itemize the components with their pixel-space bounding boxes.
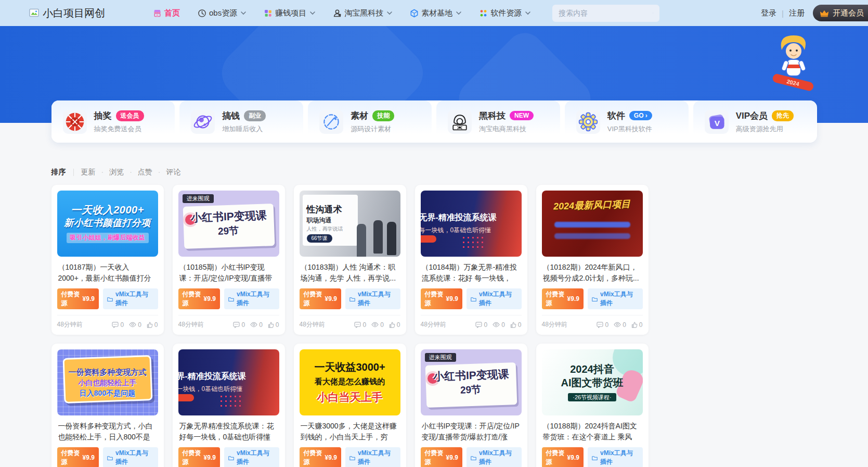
price-value: ¥9.9 bbox=[204, 295, 216, 302]
feature-card[interactable]: 软件 GO › VIP黑科技软件 bbox=[565, 100, 689, 143]
category-tag[interactable]: vMix工具与插件 bbox=[103, 288, 158, 309]
feature-card[interactable]: 抽奖 送会员 抽奖免费送会员 bbox=[51, 100, 175, 143]
post-thumbnail[interactable]: ·26节视频课程·2024抖音AI图文带货班 bbox=[542, 349, 643, 415]
feature-card[interactable]: 素材 技能 源码设计素材 bbox=[308, 100, 432, 143]
price-tag[interactable]: 付费资源 ¥9.9 bbox=[542, 288, 584, 309]
view-count: 0 bbox=[371, 321, 384, 329]
post-card[interactable]: 一天收益3000+看大佬是怎么赚钱的小白当天上手 一天赚3000多，大佬是这样赚… bbox=[294, 344, 406, 467]
category-tag[interactable]: vMix工具与插件 bbox=[588, 288, 643, 309]
category-tag[interactable]: vMix工具与插件 bbox=[467, 288, 522, 309]
post-title[interactable]: （10187期）一天收入2000+，最新小红书颜值打分项目，吸... bbox=[58, 262, 157, 284]
thumbnail-text: 人性，再学说话 bbox=[307, 226, 343, 232]
like-icon bbox=[510, 322, 516, 328]
post-card[interactable]: 2024最新风口项目 （10182期）2024年新风口，视频号分成2.0计划，多… bbox=[536, 185, 649, 335]
mascot-2024: 2024 bbox=[770, 30, 817, 101]
category-tag[interactable]: vMix工具与插件 bbox=[345, 288, 400, 309]
post-title[interactable]: 小红书IP变现课：开店/定位/IP变现/直播带货/爆款打造/涨价... bbox=[422, 421, 521, 443]
post-title[interactable]: （10185期）小红书IP变现课：开店/定位/IP变现/直播带货/... bbox=[179, 262, 278, 284]
folder-icon bbox=[471, 455, 476, 461]
chevron-down-icon bbox=[387, 11, 392, 15]
post-thumbnail[interactable]: 一天收益3000+看大佬是怎么赚钱的小白当天上手 bbox=[300, 349, 400, 415]
post-title[interactable]: 一天赚3000多，大佬是这样赚到钱的，小白当天上手，穷人... bbox=[301, 421, 399, 443]
category-tag[interactable]: vMix工具与插件 bbox=[224, 288, 279, 309]
sort-option[interactable]: 更新 bbox=[81, 168, 96, 177]
thumbnail-text: 一份资料多种变现方式 bbox=[69, 368, 147, 376]
post-title[interactable]: （10184期）万象无界-精准投流系统课：花好 每一块钱，0... bbox=[422, 262, 521, 284]
nav-item[interactable]: obs资源 bbox=[198, 8, 246, 18]
sort-option[interactable]: 评论 bbox=[152, 168, 181, 177]
category-tag[interactable]: vMix工具与插件 bbox=[103, 447, 158, 467]
navbar: 小白项目网创 首页 obs资源 赚钱项目 淘宝黑科技 bbox=[0, 0, 868, 26]
price-tag[interactable]: 付费资源 ¥9.9 bbox=[57, 288, 99, 309]
post-card[interactable]: ·26节视频课程·2024抖音AI图文带货班 （10188期）2024抖音AI图… bbox=[536, 344, 649, 467]
thumbnail-text: 一块钱，0基础也听得懂 bbox=[178, 386, 243, 393]
price-tag[interactable]: 付费资源 ¥9.9 bbox=[421, 447, 462, 467]
post-title[interactable]: 万象无界精准投流系统课：花好每一块钱，0基础也听得懂（... bbox=[179, 421, 278, 443]
feature-badge: 抢先 bbox=[772, 110, 794, 121]
sort-option[interactable]: 点赞 bbox=[124, 168, 152, 177]
category-tag[interactable]: vMix工具与插件 bbox=[588, 447, 643, 467]
post-card[interactable]: 一天收入2000+新小红书颜值打分项吸引小姐姐，刷爆后端收益 （10187期）一… bbox=[51, 185, 164, 335]
user-lock-icon bbox=[333, 9, 342, 18]
view-count: 0 bbox=[129, 321, 141, 329]
post-card[interactable]: 66节课性沟通术职场沟通人性，再学说话 （10183期）人性 沟通术：职场沟通，… bbox=[294, 185, 406, 335]
feature-card[interactable]: 黑科技 NEW 淘宝电商黑科技 bbox=[436, 100, 560, 143]
auth-divider: | bbox=[782, 9, 784, 18]
post-thumbnail[interactable]: 2024最新风口项目 bbox=[542, 191, 643, 257]
site-logo[interactable]: 小白项目网创 bbox=[29, 6, 105, 20]
post-thumbnail[interactable]: 进来围观小红书IP变现课29节 bbox=[178, 191, 279, 257]
post-card[interactable]: 进来围观小红书IP变现课29节 （10185期）小红书IP变现课：开店/定位/I… bbox=[173, 185, 285, 335]
post-time: 48分钟前 bbox=[542, 320, 567, 329]
post-card[interactable]: 一份资料多种变现方式小白也能轻松上手日入800不是问题 一份资料多种变现方式，小… bbox=[51, 344, 164, 467]
thumbnail-badge: ·26节视频课程· bbox=[568, 393, 616, 402]
post-title[interactable]: 一份资料多种变现方式，小白也能轻松上手，日入800不是问题 bbox=[58, 421, 157, 443]
price-tag[interactable]: 付费资源 ¥9.9 bbox=[178, 288, 220, 309]
category-tag[interactable]: vMix工具与插件 bbox=[224, 447, 279, 467]
thumbnail-text: 界-精准投流系统课 bbox=[178, 372, 246, 381]
search-icon[interactable] bbox=[653, 9, 653, 17]
open-vip-button[interactable]: 开通会员 bbox=[813, 5, 868, 21]
thumbnail-text: 一天收益3000+ bbox=[314, 361, 385, 373]
chevron-down-icon bbox=[456, 11, 461, 15]
post-thumbnail[interactable]: 无界-精准投流系统课每一块钱，0基础也听得懂 bbox=[421, 191, 522, 257]
price-tag[interactable]: 付费资源 ¥9.9 bbox=[542, 447, 584, 467]
post-card[interactable]: 进来围观小红书IP变现课29节 小红书IP变现课：开店/定位/IP变现/直播带货… bbox=[415, 344, 527, 467]
planet-icon bbox=[191, 110, 215, 134]
dots-icon bbox=[479, 9, 488, 18]
thumbnail-text: 小白当天上手 bbox=[317, 391, 383, 403]
nav-item[interactable]: 赚钱项目 bbox=[264, 8, 315, 18]
feature-title: 素材 bbox=[351, 110, 368, 122]
login-link[interactable]: 登录 bbox=[761, 8, 776, 18]
post-card[interactable]: 无界-精准投流系统课每一块钱，0基础也听得懂 （10184期）万象无界-精准投流… bbox=[415, 185, 527, 335]
post-thumbnail[interactable]: 界-精准投流系统课一块钱，0基础也听得懂 bbox=[178, 349, 279, 415]
post-title[interactable]: （10182期）2024年新风口，视频号分成2.0计划，多种玩... bbox=[543, 262, 642, 284]
like-icon bbox=[631, 322, 638, 328]
search-input[interactable] bbox=[559, 9, 653, 17]
register-link[interactable]: 注册 bbox=[789, 8, 805, 18]
feature-card[interactable]: V VIP会员 抢先 高级资源抢先用 bbox=[693, 100, 817, 143]
category-tag[interactable]: vMix工具与插件 bbox=[345, 447, 400, 467]
sort-divider bbox=[73, 169, 74, 176]
price-tag[interactable]: 付费资源 ¥9.9 bbox=[300, 447, 341, 467]
nav-item[interactable]: 软件资源 bbox=[479, 8, 530, 18]
sort-option[interactable]: 浏览 bbox=[96, 168, 124, 177]
post-title[interactable]: （10183期）人性 沟通术：职场沟通，先学 人性，再学说... bbox=[301, 262, 399, 284]
price-tag[interactable]: 付费资源 ¥9.9 bbox=[57, 447, 99, 467]
post-card[interactable]: 界-精准投流系统课一块钱，0基础也听得懂 万象无界精准投流系统课：花好每一块钱，… bbox=[173, 344, 285, 467]
post-thumbnail[interactable]: 一天收入2000+新小红书颜值打分项吸引小姐姐，刷爆后端收益 bbox=[57, 191, 158, 257]
thumbnail-text: 29节 bbox=[218, 225, 239, 237]
post-title[interactable]: （10188期）2024抖音AI图文带货班：在这个赛道上 乘风破... bbox=[543, 421, 642, 443]
price-tag[interactable]: 付费资源 ¥9.9 bbox=[421, 288, 462, 309]
vip-card-icon: V bbox=[705, 110, 729, 134]
price-tag[interactable]: 付费资源 ¥9.9 bbox=[178, 447, 220, 467]
feature-card[interactable]: 搞钱 副业 增加睡后收入 bbox=[179, 100, 303, 143]
comment-icon bbox=[475, 322, 482, 328]
nav-item[interactable]: 首页 bbox=[153, 8, 180, 18]
nav-item[interactable]: 素材基地 bbox=[410, 8, 461, 18]
post-thumbnail[interactable]: 66节课性沟通术职场沟通人性，再学说话 bbox=[300, 191, 400, 257]
price-tag[interactable]: 付费资源 ¥9.9 bbox=[300, 288, 341, 309]
post-thumbnail[interactable]: 进来围观小红书IP变现课29节 bbox=[421, 349, 522, 415]
nav-item[interactable]: 淘宝黑科技 bbox=[333, 8, 392, 18]
category-tag[interactable]: vMix工具与插件 bbox=[467, 447, 522, 467]
post-thumbnail[interactable]: 一份资料多种变现方式小白也能轻松上手日入800不是问题 bbox=[57, 349, 158, 415]
